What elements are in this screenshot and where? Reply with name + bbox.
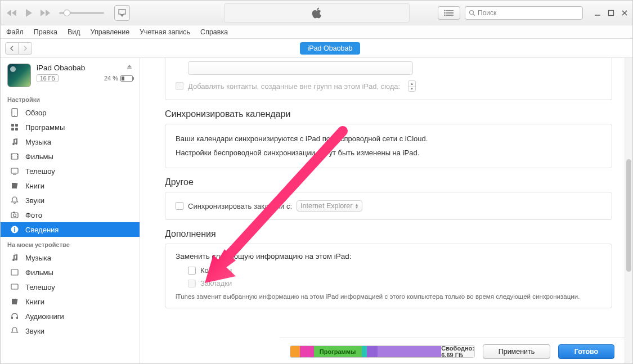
replace-bookmarks-label: Закладки: [200, 279, 232, 287]
apps-icon: [10, 122, 20, 132]
replace-bookmarks-checkbox: [188, 280, 196, 287]
sidebar-item-music[interactable]: Музыка: [1, 134, 140, 149]
books-icon: [10, 296, 20, 307]
done-button[interactable]: Готово: [558, 344, 614, 359]
other-section-title: Другое: [165, 177, 612, 187]
sidebar: iPad Obaobab 16 ГБ 24 % Настройки Обзор …: [1, 58, 140, 364]
svg-rect-20: [11, 154, 12, 155]
svg-rect-21: [11, 156, 12, 157]
sidebar-ondevice-music[interactable]: Музыка: [1, 250, 140, 265]
calendars-message-2: Настройки беспроводной синхронизации мог…: [176, 146, 601, 160]
sidebar-item-label: Музыка: [25, 254, 133, 262]
search-input[interactable]: Поиск: [465, 6, 583, 20]
usage-segment: [378, 346, 441, 357]
svg-line-7: [473, 14, 475, 16]
svg-text:i: i: [14, 227, 16, 233]
add-contacts-label: Добавлять контакты, созданные вне групп …: [188, 82, 400, 91]
menu-view[interactable]: Вид: [68, 28, 80, 36]
svg-point-29: [14, 214, 16, 217]
menu-file[interactable]: Файл: [6, 28, 24, 36]
film-icon: [10, 151, 20, 161]
sync-bookmarks-checkbox[interactable]: [176, 202, 183, 210]
film-icon: [10, 267, 20, 277]
sidebar-ondevice-audiobooks[interactable]: Аудиокниги: [1, 309, 140, 323]
svg-rect-24: [17, 156, 18, 157]
sidebar-item-info[interactable]: iСведения: [1, 222, 140, 237]
battery-percent-label: 24 %: [104, 75, 118, 82]
sidebar-ondevice-books[interactable]: Книги: [1, 294, 140, 309]
sidebar-ondevice-tvshows[interactable]: Телешоу: [1, 280, 140, 294]
next-track-button[interactable]: [38, 5, 53, 21]
sidebar-item-summary[interactable]: Обзор: [1, 105, 140, 120]
nav-forward-button[interactable]: [19, 42, 32, 55]
volume-slider[interactable]: [59, 12, 104, 14]
airplay-button[interactable]: [114, 5, 130, 21]
sidebar-item-label: Фильмы: [25, 268, 133, 277]
nav-back-button[interactable]: [5, 42, 19, 55]
usage-segment-free: Свободно: 6,69 ГБ: [441, 346, 474, 357]
menu-account[interactable]: Учетная запись: [140, 28, 190, 36]
group-stepper: ▲▼: [408, 80, 416, 92]
sidebar-ondevice-tones[interactable]: Звуки: [1, 323, 140, 338]
sidebar-item-label: Музыка: [25, 138, 133, 146]
menu-help[interactable]: Справка: [200, 28, 228, 36]
browser-select[interactable]: Internet Explorer ▲▼: [297, 200, 362, 212]
svg-rect-9: [609, 10, 614, 15]
vertical-scrollbar[interactable]: [625, 58, 632, 364]
sidebar-item-tones[interactable]: Звуки: [1, 193, 140, 208]
svg-rect-28: [11, 213, 18, 218]
usage-segment: [367, 346, 378, 357]
menu-bar: Файл Правка Вид Управление Учетная запис…: [1, 25, 632, 39]
add-contacts-checkbox: [176, 82, 183, 90]
footer-bar: Программы Свободно: 6,69 ГБ Применить Го…: [280, 338, 625, 364]
play-button[interactable]: [21, 5, 37, 21]
apply-button-label: Применить: [499, 348, 535, 356]
bell-icon: [10, 326, 20, 336]
usage-apps-label: Программы: [320, 348, 356, 355]
sidebar-item-label: Звуки: [25, 196, 133, 205]
list-view-button[interactable]: [438, 6, 460, 20]
sidebar-item-label: Книги: [25, 298, 133, 306]
menu-controls[interactable]: Управление: [91, 28, 130, 36]
maximize-button[interactable]: [607, 8, 616, 17]
sidebar-item-photos[interactable]: Фото: [1, 208, 140, 222]
svg-rect-33: [11, 269, 18, 275]
settings-section-label: Настройки: [1, 92, 140, 105]
sidebar-ondevice-movies[interactable]: Фильмы: [1, 265, 140, 280]
sidebar-item-label: Аудиокниги: [25, 312, 133, 321]
close-button[interactable]: [620, 8, 629, 17]
svg-rect-15: [11, 124, 14, 127]
device-icon: [10, 107, 20, 118]
device-title-pill[interactable]: iPad Obaobab: [300, 42, 361, 55]
storage-usage-bar: Программы Свободно: 6,69 ГБ: [290, 345, 475, 358]
svg-rect-22: [11, 158, 12, 159]
battery-icon: [120, 75, 133, 82]
music-icon: [10, 137, 20, 147]
menu-edit[interactable]: Правка: [34, 28, 57, 36]
replace-contacts-checkbox[interactable]: [188, 267, 196, 275]
contacts-group-field[interactable]: [188, 61, 413, 75]
minimize-button[interactable]: [593, 8, 602, 17]
prev-track-button[interactable]: [4, 5, 20, 21]
scroll-thumb[interactable]: [626, 159, 631, 272]
sidebar-item-label: Звуки: [25, 327, 133, 335]
eject-icon[interactable]: [126, 64, 133, 72]
device-battery: 24 %: [104, 75, 133, 82]
sidebar-item-label: Фильмы: [25, 152, 133, 161]
calendars-section-title: Синхронизировать календари: [165, 109, 612, 119]
sidebar-item-apps[interactable]: Программы: [1, 120, 140, 134]
other-group-box: Синхронизировать закладки с: Internet Ex…: [165, 192, 612, 220]
svg-rect-12: [127, 69, 132, 70]
sidebar-item-label: Телешоу: [25, 167, 133, 176]
svg-point-14: [14, 115, 15, 116]
headphones-icon: [10, 311, 20, 321]
apply-button[interactable]: Применить: [483, 344, 550, 359]
sidebar-item-label: Фото: [25, 211, 133, 219]
sidebar-item-movies[interactable]: Фильмы: [1, 149, 140, 164]
tv-icon: [10, 166, 20, 176]
content-pane: Добавлять контакты, созданные вне групп …: [140, 58, 632, 364]
sidebar-item-books[interactable]: Книги: [1, 178, 140, 193]
svg-rect-30: [13, 212, 15, 213]
sidebar-item-tvshows[interactable]: Телешоу: [1, 164, 140, 178]
svg-rect-23: [17, 154, 18, 155]
